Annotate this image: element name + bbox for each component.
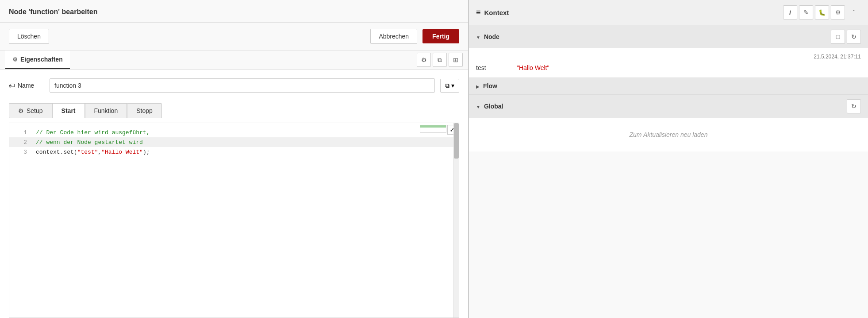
global-refresh-button[interactable]: ↻ xyxy=(847,99,861,113)
global-section-icons: ↻ xyxy=(847,99,861,113)
properties-section: 🏷 Name ⧉ ▾ xyxy=(0,70,468,97)
global-section: Global ↻ Zum Aktualisieren neu laden xyxy=(469,94,868,151)
tab-start[interactable]: Start xyxy=(52,103,85,118)
code-scrollbar[interactable] xyxy=(453,123,459,318)
chevron-icon: ▾ xyxy=(451,82,454,89)
bug-icon: 🐛 xyxy=(818,9,826,16)
tag-icon: 🏷 xyxy=(9,82,15,89)
left-panel: Node 'function' bearbeiten Löschen Abbre… xyxy=(0,0,469,318)
context-key-test: test xyxy=(476,64,511,71)
gear-icon: ⚙ xyxy=(12,56,18,63)
global-section-header[interactable]: Global ↻ xyxy=(469,95,868,118)
info-button[interactable]: i xyxy=(783,5,797,19)
settings-gear-icon: ⚙ xyxy=(835,9,841,16)
node-refresh-button[interactable]: ↻ xyxy=(847,30,861,44)
global-collapse-icon xyxy=(476,103,480,110)
setup-gear-icon: ⚙ xyxy=(18,107,24,114)
done-button[interactable]: Fertig xyxy=(422,29,459,43)
cancel-button[interactable]: Abbrechen xyxy=(370,29,417,44)
context-value-test: "Hallo Welt" xyxy=(517,64,549,71)
right-panel-header: ≡ Kontext i ✎ 🐛 ⚙ ˅ xyxy=(469,0,868,25)
name-input[interactable] xyxy=(50,78,435,93)
tab-setup[interactable]: ⚙ Setup xyxy=(9,103,52,118)
node-section-title: Node xyxy=(484,33,499,40)
copy-icon: ⧉ xyxy=(445,82,449,89)
gear-tab-icon-btn[interactable]: ⚙ xyxy=(417,53,431,67)
global-section-title: Global xyxy=(484,103,503,110)
edit-button[interactable]: ✎ xyxy=(799,5,813,19)
code-line-3: 3 context.set("test","Hallo Welt"); xyxy=(9,147,459,157)
flow-section-title: Flow xyxy=(483,82,497,89)
grid-tab-icon-btn[interactable]: ⊞ xyxy=(449,53,463,67)
timestamp: 21.5.2024, 21:37:11 xyxy=(469,52,868,62)
node-collapse-icon xyxy=(476,33,480,40)
global-refresh-icon: ↻ xyxy=(851,103,856,110)
chevron-down-icon: ˅ xyxy=(853,9,855,16)
node-refresh-icon: ↻ xyxy=(851,33,856,40)
tab-eigenschaften[interactable]: ⚙ Eigenschaften xyxy=(5,50,70,69)
left-panel-header: Node 'function' bearbeiten xyxy=(0,0,468,23)
tab-stopp[interactable]: Stopp xyxy=(127,103,162,118)
code-line-1: 1 // Der Code hier wird ausgeführt, xyxy=(9,128,459,137)
copy-tab-icon-btn[interactable]: ⧉ xyxy=(433,53,447,67)
name-row: 🏷 Name ⧉ ▾ xyxy=(9,78,459,93)
node-section-content: 21.5.2024, 21:37:11 test "Hallo Welt" xyxy=(469,48,868,78)
node-section-icons: □ ↻ xyxy=(831,30,861,44)
name-dropdown-button[interactable]: ⧉ ▾ xyxy=(440,79,459,93)
reload-text: Zum Aktualisieren neu laden xyxy=(630,131,708,138)
global-section-content: Zum Aktualisieren neu laden xyxy=(469,118,868,151)
tabs-header: ⚙ Eigenschaften ⚙ ⧉ ⊞ xyxy=(0,50,468,70)
square-icon: □ xyxy=(836,33,840,40)
header-icon-buttons: i ✎ 🐛 ⚙ ˅ xyxy=(783,5,861,19)
tab-funktion[interactable]: Funktion xyxy=(85,103,127,118)
bug-button[interactable]: 🐛 xyxy=(815,5,829,19)
delete-button[interactable]: Löschen xyxy=(9,29,49,44)
info-icon: i xyxy=(789,9,791,16)
code-line-2: 2 // wenn der Node gestartet wird xyxy=(9,137,459,147)
panel-chevron-button[interactable]: ˅ xyxy=(847,5,861,19)
node-section: Node □ ↻ 21.5.2024, 21:37:11 test "Hallo… xyxy=(469,25,868,78)
node-section-header[interactable]: Node □ ↻ xyxy=(469,25,868,48)
right-panel: ≡ Kontext i ✎ 🐛 ⚙ ˅ Node xyxy=(469,0,868,318)
context-row-test: test "Hallo Welt" xyxy=(469,62,868,74)
stack-icon: ≡ xyxy=(476,8,481,17)
code-tabs: ⚙ Setup Start Funktion Stopp xyxy=(0,97,468,118)
code-content: 1 // Der Code hier wird ausgeführt, 2 //… xyxy=(9,123,459,161)
edit-icon: ✎ xyxy=(803,9,809,16)
name-label: 🏷 Name xyxy=(9,82,44,89)
page-title: Node 'function' bearbeiten xyxy=(9,8,459,16)
flow-expand-icon xyxy=(476,82,480,89)
flow-section-header[interactable]: Flow xyxy=(469,78,868,94)
tab-icons: ⚙ ⧉ ⊞ xyxy=(417,53,463,67)
code-editor[interactable]: ⤢ 1 // Der Code hier wird ausgeführt, 2 … xyxy=(9,123,459,318)
kontext-title: Kontext xyxy=(484,9,509,16)
minimap xyxy=(420,125,446,133)
node-square-button[interactable]: □ xyxy=(831,30,845,44)
settings-button[interactable]: ⚙ xyxy=(831,5,845,19)
toolbar: Löschen Abbrechen Fertig xyxy=(0,23,468,50)
scrollbar-thumb xyxy=(454,123,459,159)
code-topbar xyxy=(420,125,446,133)
